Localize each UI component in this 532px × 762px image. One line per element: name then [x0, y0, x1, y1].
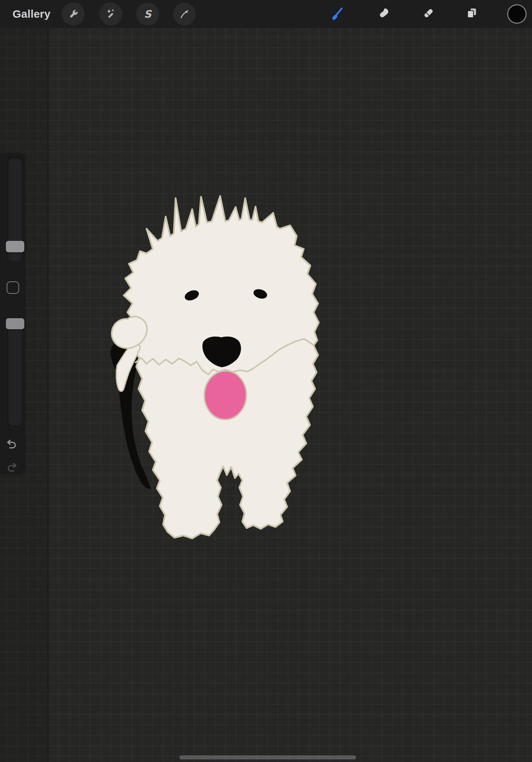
smudge-finger-icon — [375, 6, 391, 22]
dog-tongue — [204, 370, 247, 420]
redo-button[interactable] — [4, 460, 19, 474]
dog-body — [124, 196, 319, 538]
home-indicator[interactable] — [179, 755, 356, 759]
svg-text:S: S — [144, 8, 152, 20]
paintbrush-icon — [331, 6, 347, 22]
modify-button[interactable] — [7, 281, 19, 294]
selections-button[interactable]: S — [136, 3, 159, 25]
procreate-screen: Gallery S — [0, 0, 532, 762]
sidebar — [0, 153, 25, 474]
undo-button[interactable] — [4, 436, 19, 451]
magic-wand-icon — [105, 8, 117, 20]
color-swatch — [507, 4, 527, 24]
brush-size-handle[interactable] — [6, 241, 24, 252]
paint-tool-button[interactable] — [331, 6, 347, 22]
erase-tool-button[interactable] — [420, 6, 436, 22]
transform-button[interactable] — [173, 3, 196, 25]
opacity-slider[interactable] — [7, 318, 23, 426]
actions-button[interactable] — [62, 3, 85, 25]
eraser-icon — [420, 6, 436, 22]
opacity-handle[interactable] — [6, 318, 24, 329]
layers-button[interactable] — [464, 6, 480, 22]
gallery-button[interactable]: Gallery — [13, 0, 50, 28]
redo-icon — [5, 460, 18, 474]
wrench-icon — [67, 8, 80, 20]
top-toolbar: Gallery S — [0, 0, 532, 28]
adjustments-button[interactable] — [99, 3, 122, 25]
color-button[interactable] — [507, 4, 527, 24]
canvas-edge-line — [47, 28, 49, 762]
undo-icon — [5, 437, 18, 450]
layers-icon — [464, 6, 480, 22]
smudge-tool-button[interactable] — [375, 6, 391, 22]
canvas[interactable] — [0, 28, 532, 762]
selection-s-icon: S — [141, 8, 154, 20]
transform-arrow-icon — [178, 8, 191, 20]
dog-drawing — [103, 186, 331, 549]
